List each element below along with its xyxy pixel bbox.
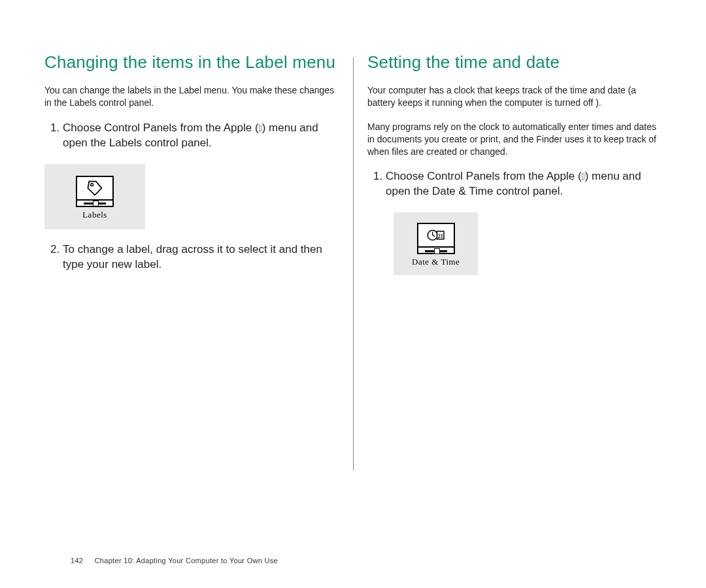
slider-icon — [84, 203, 106, 204]
left-step-2: To change a label, drag across it to sel… — [63, 242, 336, 272]
labels-icon — [76, 176, 114, 207]
left-steps-2: To change a label, drag across it to sel… — [44, 242, 336, 272]
left-step-1a: Choose Control Panels from the Apple ( — [63, 122, 259, 134]
page-content: Changing the items in the Label menu You… — [0, 0, 706, 510]
labels-panel-figure: Labels — [44, 164, 145, 229]
labels-caption: Labels — [76, 210, 114, 220]
left-heading: Changing the items in the Label menu — [44, 52, 336, 73]
svg-marker-0 — [88, 181, 102, 195]
right-intro-2: Many programs rely on the clock to autom… — [367, 121, 659, 158]
svg-point-1 — [91, 183, 93, 186]
right-intro-1: Your computer has a clock that keeps tra… — [367, 84, 659, 109]
chapter-label: Chapter 10: Adapting Your Computer to Yo… — [95, 557, 278, 564]
right-step-1: Choose Control Panels from the Apple ()… — [386, 169, 659, 199]
left-intro: You can change the labels in the Label m… — [44, 84, 336, 109]
slider-icon — [425, 250, 447, 252]
tag-icon — [86, 179, 104, 197]
svg-text:21: 21 — [437, 233, 443, 239]
left-column: Changing the items in the Label menu You… — [44, 52, 352, 483]
right-column: Setting the time and date Your computer … — [352, 52, 659, 483]
datetime-icon: 21 — [417, 223, 455, 254]
column-divider — [353, 57, 354, 470]
datetime-panel-figure: 21 Date & Time — [394, 212, 478, 275]
page-number: 142 — [71, 557, 83, 564]
right-step-1a: Choose Control Panels from the Apple ( — [386, 170, 582, 182]
left-steps: Choose Control Panels from the Apple ()… — [44, 121, 336, 151]
datetime-caption: Date & Time — [412, 257, 460, 267]
page-footer: 142 Chapter 10: Adapting Your Computer t… — [71, 557, 278, 564]
right-steps: Choose Control Panels from the Apple ()… — [367, 169, 659, 199]
left-step-1: Choose Control Panels from the Apple ()… — [63, 121, 336, 151]
clock-calendar-icon: 21 — [426, 226, 446, 244]
right-heading: Setting the time and date — [367, 52, 659, 73]
